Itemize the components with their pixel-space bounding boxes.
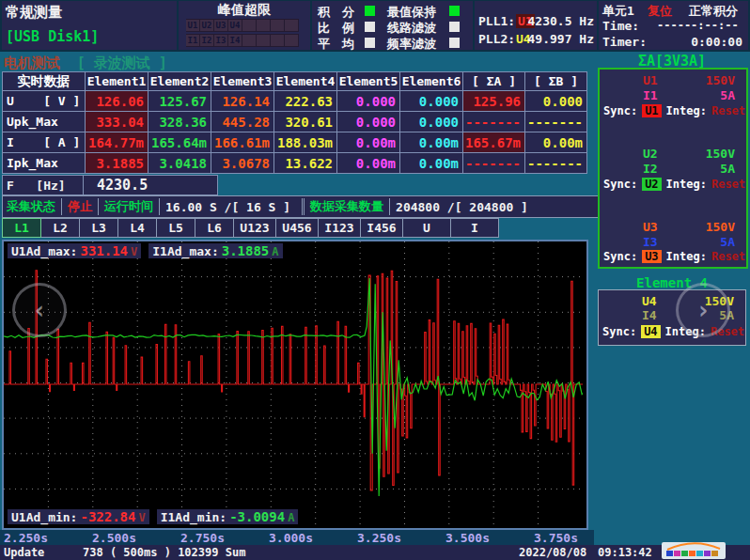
runtime-value: 16.00 S /[ 16 S ] [165, 200, 290, 214]
peak-cell-empty [285, 34, 299, 47]
tab-u123[interactable]: U123 [234, 218, 276, 238]
element3-integ-state[interactable]: Reset [711, 250, 745, 263]
waveform-display: U1Ad_max:331.14V I1Ad_max:3.1885A U1Ad_m… [2, 240, 588, 530]
umax-unit: V [131, 245, 137, 258]
integ-label: Integ: [666, 250, 707, 263]
tab-l6[interactable]: L6 [195, 218, 234, 238]
waveform-plot [4, 241, 583, 524]
separator [302, 198, 305, 215]
tab-l1[interactable]: L1 [2, 218, 41, 238]
peak-cell-empty [257, 19, 271, 32]
max-hold-indicator[interactable] [449, 6, 460, 16]
imin-label: I1Ad_min: [161, 510, 227, 524]
tab-i123[interactable]: I123 [319, 218, 361, 238]
value-upk-e3: 445.28 [211, 112, 274, 132]
element2-u-row: U2 150V [600, 147, 746, 161]
element4-title: Element 4 [598, 275, 746, 290]
peak-overlimit-panel: 峰值超限 U1 U2 U3 U4 I1 I2 I3 I4 [179, 1, 310, 50]
value-ipk-e3: 3.0678 [211, 153, 274, 174]
col-header-sigma-a: [ ΣA ] [463, 72, 525, 91]
value-i-e5: 0.00m [337, 132, 400, 153]
element2-integ-state[interactable]: Reset [711, 178, 745, 191]
time-tick: 2.750s [180, 531, 225, 545]
page-next-button[interactable]: › [676, 283, 730, 337]
peak-cell-i1: I1 [186, 34, 200, 47]
peak-cell-u2: U2 [200, 19, 214, 32]
ratio-mode-indicator[interactable] [365, 22, 375, 32]
tab-l3[interactable]: L3 [80, 218, 118, 238]
element1-integ-state[interactable]: Reset [711, 104, 745, 117]
separator [61, 198, 62, 215]
value-u-sigma-b: 0.000 [525, 91, 587, 112]
element3-i-row: I3 5A [600, 235, 746, 249]
umax-label: U1Ad_max: [11, 244, 77, 258]
freq-filter-indicator[interactable] [449, 38, 460, 48]
line-filter-indicator[interactable] [449, 22, 460, 32]
umin-unit: V [138, 511, 145, 524]
element1-i-range: 5A [679, 88, 735, 102]
value-i-e6: 0.00m [400, 132, 463, 153]
col-header-sigma-b: [ ΣB ] [525, 72, 587, 91]
element2-i-range: 5A [679, 162, 735, 176]
element1-sync-row: Sync: U1 Integ: Reset [603, 104, 745, 117]
tab-i[interactable]: I [451, 218, 499, 238]
sigma-wiring-box: U1 150V I1 5A Sync: U1 Integ: Reset U2 1… [598, 68, 748, 269]
row-label-u: U [ V ] [3, 91, 86, 112]
acquisition-status-strip: 采集状态 停止 运行时间 16.00 S /[ 16 S ] 数据采集数量 20… [2, 195, 600, 218]
tab-u456[interactable]: U456 [276, 218, 319, 238]
sync-label: Sync: [603, 250, 637, 263]
element1-u-name: U1 [643, 73, 658, 87]
calc-filter-section: 积 分 比 例 平 均 最值保持 线路滤波 频率滤波 [312, 1, 473, 50]
tab-i456[interactable]: I456 [361, 218, 403, 238]
value-upk-e6: 0.000 [400, 112, 463, 132]
time-value: ------:--:-- [657, 19, 739, 32]
footer-status-bar: Update 738 ( 500ms ) 102399 Sum 2022/08/… [0, 545, 750, 560]
timer-value: 0:00:00 [691, 35, 742, 49]
peak-cell-u4: U4 [228, 19, 242, 32]
imax-unit: A [272, 245, 278, 258]
value-upk-e5: 0.000 [337, 112, 400, 132]
tab-l5[interactable]: L5 [157, 218, 195, 238]
value-ipk-e5: 0.00m [337, 153, 400, 174]
element2-u-name: U2 [643, 147, 658, 161]
time-tick: 2.250s [4, 531, 48, 545]
value-upk-e2: 328.36 [148, 112, 211, 132]
element3-sync-badge[interactable]: U3 [642, 250, 661, 263]
integrate-mode-indicator[interactable] [365, 6, 375, 16]
value-u-sigma-a: 125.96 [463, 91, 525, 112]
pll2-label: PLL2: [478, 32, 515, 46]
separator [159, 198, 160, 215]
time-tick: 3.250s [357, 531, 401, 545]
element1-i-row: I1 5A [600, 88, 746, 102]
freq-filter-label: 频率滤波 [387, 36, 436, 53]
element4-sync-badge[interactable]: U4 [641, 325, 660, 338]
imin-unit: A [288, 511, 294, 524]
tab-l4[interactable]: L4 [118, 218, 157, 238]
value-ipk-e4: 13.622 [274, 153, 337, 174]
value-ipk-sigma-b: ------- [525, 153, 587, 174]
element1-sync-badge[interactable]: U1 [642, 104, 661, 117]
time-tick: 3.750s [534, 531, 578, 545]
unit-mode-label: 正常积分 [689, 3, 738, 20]
acq-status-label: 采集状态 [7, 198, 55, 215]
vendor-logo-graphic [662, 542, 726, 559]
tab-l2[interactable]: L2 [41, 218, 80, 238]
average-mode-indicator[interactable] [365, 38, 375, 48]
peak-cell-u3: U3 [214, 19, 228, 32]
table-corner-label: 实时数据 [3, 72, 86, 91]
page-prev-button[interactable]: ‹ [12, 283, 67, 337]
peak-u-row: U1 U2 U3 U4 [186, 19, 299, 32]
update-label: Update [4, 546, 44, 559]
unit-reset-label[interactable]: 复位 [648, 3, 672, 20]
time-tick: 2.500s [92, 531, 136, 545]
timer-label: Timer: [602, 35, 647, 49]
value-u-e5: 0.000 [337, 91, 400, 112]
peak-cell-empty [242, 34, 257, 47]
row-label-ipk-max: Ipk_Max [3, 153, 86, 174]
element2-sync-badge[interactable]: U2 [642, 178, 661, 191]
unit-label: 单元1 [602, 3, 634, 20]
tab-u[interactable]: U [403, 218, 451, 238]
peak-cell-empty [257, 34, 271, 47]
peak-cell-i4: I4 [228, 34, 242, 47]
element4-i-name: I4 [642, 308, 657, 322]
